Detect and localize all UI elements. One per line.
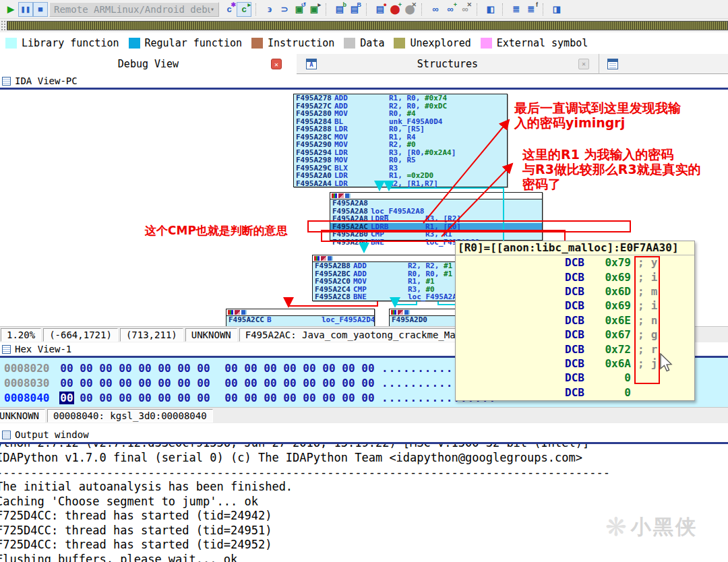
drag-handle-icon[interactable]	[1, 21, 5, 30]
hex-byte[interactable]: 00	[322, 362, 336, 375]
tab-next-partial[interactable]	[599, 54, 728, 74]
add-breakpoint-icon[interactable]: ⬤+	[388, 2, 402, 17]
asm-line[interactable]: F495A298MOVR0, R5	[294, 156, 507, 164]
hex-byte[interactable]: 00	[243, 377, 258, 389]
hex-byte[interactable]: 00	[302, 377, 317, 389]
hex-byte[interactable]: 00	[263, 362, 278, 375]
node-group-icon[interactable]	[328, 256, 333, 261]
delete-watch-icon[interactable]: ∞✕	[458, 2, 473, 17]
hex-byte[interactable]: 00	[177, 377, 191, 389]
asm-line[interactable]: F495A2CCBloc_F495A2D4	[226, 316, 374, 324]
breakpoint-list-icon[interactable]: ▤●	[373, 2, 388, 17]
hex-byte[interactable]: 00	[157, 377, 172, 389]
switch-debugger-icon[interactable]: ◨	[549, 2, 564, 17]
node-color-icon[interactable]	[321, 256, 326, 261]
tab-structures[interactable]: Structures ✕	[297, 54, 599, 74]
node-collapse-icon[interactable]	[228, 310, 233, 315]
hex-byte[interactable]: 00	[322, 377, 336, 389]
hex-byte[interactable]: 00	[177, 392, 191, 404]
navigation-band-stripes[interactable]	[7, 21, 728, 30]
step-into-icon[interactable]: ϶	[262, 2, 277, 17]
hex-byte[interactable]: 00	[243, 392, 258, 404]
hex-byte[interactable]: 00	[98, 392, 113, 404]
asm-line[interactable]: F495A2A8	[330, 199, 542, 208]
debugger-select[interactable]: Remote ARMLinux/Android debugger▾	[49, 2, 219, 17]
hex-byte[interactable]: 00	[302, 392, 317, 404]
continue-process-icon[interactable]: ▶	[3, 2, 18, 17]
ida-view-title-bar[interactable]: IDA View-PC	[0, 74, 728, 88]
hex-byte[interactable]: 00	[361, 362, 375, 375]
delete-breakpoint-icon[interactable]: ⬤✕	[402, 2, 417, 17]
run-til-next-c-icon[interactable]: c✱	[222, 2, 237, 17]
hex-byte[interactable]: 00	[138, 377, 152, 389]
run-until-return-icon[interactable]: ▣↺	[292, 2, 307, 17]
watch-list-icon[interactable]: ∞	[428, 2, 443, 17]
hex-byte[interactable]: 00	[302, 362, 317, 375]
node-color-icon[interactable]	[398, 310, 403, 315]
hex-byte[interactable]: 00	[282, 377, 297, 389]
debug-windows-alt-icon[interactable]: ▤B	[347, 2, 362, 17]
segment-registers-icon[interactable]: ◧	[483, 2, 498, 17]
call-stack-icon[interactable]: ≣	[509, 2, 524, 17]
run-to-cursor-c-icon[interactable]: c▸	[237, 2, 251, 17]
hex-byte[interactable]: 00	[224, 392, 239, 404]
node-collapse-icon[interactable]	[332, 193, 337, 198]
close-icon[interactable]: ✕	[578, 59, 589, 69]
hex-byte[interactable]: 00	[79, 377, 94, 389]
hex-byte[interactable]: 00	[118, 377, 133, 389]
node-group-icon[interactable]	[241, 310, 247, 315]
hex-byte[interactable]: 00	[157, 392, 172, 404]
step-over-icon[interactable]: ⊃	[277, 2, 292, 17]
tab-debug-view[interactable]: Debug View ✕	[0, 54, 297, 74]
debug-windows-icon[interactable]: ▤b	[332, 2, 347, 17]
hex-byte[interactable]: 00	[361, 392, 375, 404]
hex-byte[interactable]: 00	[322, 392, 336, 404]
hex-byte[interactable]: 00	[79, 392, 94, 404]
hex-byte[interactable]: 00	[196, 377, 211, 389]
hex-byte[interactable]: 00	[59, 392, 74, 404]
hex-byte[interactable]: 00	[341, 392, 356, 404]
hex-byte[interactable]: 00	[118, 392, 133, 404]
graph-node-2[interactable]: F495A2A8F495A2A8loc_F495A2A8F495A2A8LDRB…	[330, 192, 543, 241]
hex-byte[interactable]: 00	[138, 362, 152, 375]
stop-process-icon[interactable]: ■	[33, 2, 48, 17]
node-collapse-icon[interactable]	[314, 256, 320, 261]
output-line: IDAPython v1.7.0 final (serial 0) (c) Th…	[0, 451, 728, 466]
hex-byte[interactable]: 00	[157, 362, 172, 375]
hex-byte[interactable]: 00	[282, 392, 297, 404]
hex-byte[interactable]: 00	[224, 377, 239, 389]
hex-byte[interactable]: 00	[361, 377, 375, 389]
hex-byte[interactable]: 00	[177, 362, 191, 375]
node-collapse-icon[interactable]	[391, 310, 396, 315]
hex-byte[interactable]: 00	[79, 362, 94, 375]
hex-byte[interactable]: 00	[59, 362, 74, 375]
graph-node-1[interactable]: F495A278ADDR1, R0, #0x74F495A27CADDR2, R…	[293, 94, 508, 187]
hex-byte[interactable]: 00	[282, 362, 297, 375]
hex-byte[interactable]: 00	[98, 377, 113, 389]
pause-process-icon[interactable]: ❚❚	[18, 2, 33, 17]
node-color-icon[interactable]	[338, 193, 344, 198]
hex-byte[interactable]: 00	[341, 362, 356, 375]
hex-byte[interactable]: 00	[263, 377, 278, 389]
hex-byte[interactable]: 00	[243, 362, 258, 375]
node-group-icon[interactable]	[404, 310, 410, 315]
output-window[interactable]: ython 2.7.12 (v2.7.12:d33e0cf91556, Jun …	[0, 444, 728, 562]
add-watch-icon[interactable]: ∞+	[443, 2, 458, 17]
asm-line[interactable]: F495A2A4LDRR2, [R1,R7]	[294, 180, 507, 188]
graph-node-4[interactable]: F495A2CCBloc_F495A2D4	[226, 309, 375, 326]
hex-byte[interactable]: 00	[263, 392, 278, 404]
hex-byte[interactable]: 00	[224, 362, 239, 375]
hex-byte[interactable]: 00	[98, 362, 113, 375]
hex-byte[interactable]: 00	[138, 392, 152, 404]
close-icon[interactable]: ✕	[271, 59, 282, 69]
run-to-cursor-icon[interactable]: ▣▸	[307, 2, 322, 17]
hex-byte[interactable]: 00	[196, 362, 211, 375]
hex-byte[interactable]: 00	[341, 377, 356, 389]
hex-byte[interactable]: 00	[118, 362, 133, 375]
hex-byte[interactable]: 00	[196, 392, 211, 404]
node-group-icon[interactable]	[345, 193, 351, 198]
node-color-icon[interactable]	[235, 310, 240, 315]
hex-byte[interactable]: 00	[59, 377, 74, 389]
stack-pointer-icon[interactable]: ≣f	[524, 2, 539, 17]
output-title-bar[interactable]: Output window	[0, 427, 728, 442]
